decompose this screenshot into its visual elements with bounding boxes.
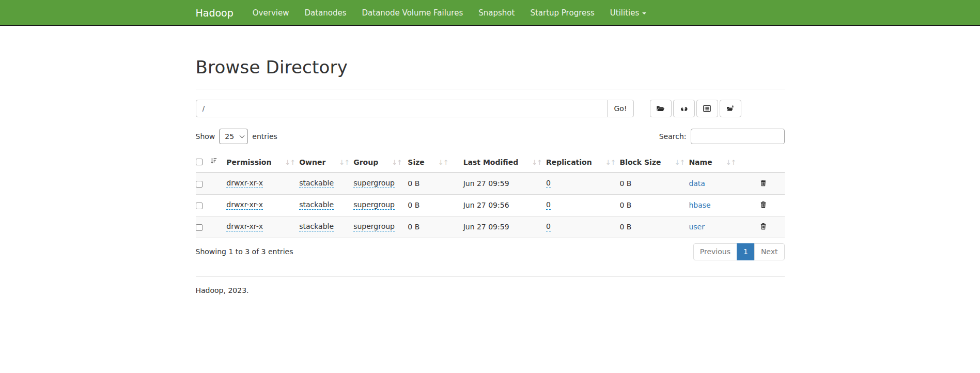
header-replication[interactable]: Replication↓↑	[546, 152, 620, 173]
cut-paste-button[interactable]	[720, 100, 741, 117]
trash-icon	[760, 224, 767, 231]
directory-path-input[interactable]	[196, 100, 608, 117]
filter-display-button[interactable]	[696, 100, 718, 117]
nav-overview[interactable]: Overview	[245, 0, 297, 26]
entries-label: entries	[252, 132, 277, 141]
nav-startup-progress[interactable]: Startup Progress	[522, 0, 602, 26]
header-block-size[interactable]: Block Size↓↑	[619, 152, 689, 173]
table-row: drwxr-xr-x stackable supergroup 0 B Jun …	[196, 173, 785, 195]
row-checkbox[interactable]	[196, 181, 203, 188]
show-label: Show	[196, 132, 215, 141]
table-footer: Showing 1 to 3 of 3 entries Previous 1 N…	[196, 243, 785, 261]
file-action-buttons	[650, 100, 743, 117]
pagination-next[interactable]: Next	[755, 243, 785, 261]
search-input[interactable]	[691, 129, 785, 144]
block-size-value: 0 B	[619, 201, 631, 209]
delete-button[interactable]	[759, 178, 768, 189]
group-value[interactable]: supergroup	[353, 222, 395, 232]
owner-value[interactable]: stackable	[299, 222, 334, 232]
table-header-row: Permission↓↑ Owner↓↑ Group↓↑ Size↓↑ Last…	[196, 152, 785, 173]
directory-link[interactable]: data	[689, 179, 705, 188]
directory-link[interactable]: user	[689, 223, 705, 231]
caret-down-icon	[642, 12, 646, 14]
select-all-checkbox[interactable]	[196, 159, 203, 165]
replication-value[interactable]: 0	[546, 222, 551, 232]
sort-icon: ↓↑	[532, 159, 542, 166]
row-checkbox[interactable]	[196, 203, 203, 209]
upload-files-button[interactable]	[673, 100, 695, 117]
pagination: Previous 1 Next	[693, 243, 785, 261]
upload-icon	[680, 105, 688, 112]
show-entries-control: Show 25 entries	[196, 129, 277, 144]
table-controls: Show 25 entries Search:	[196, 129, 785, 144]
header-size[interactable]: Size↓↑	[408, 152, 463, 173]
header-owner[interactable]: Owner↓↑	[299, 152, 353, 173]
nav-utilities-label: Utilities	[610, 8, 639, 18]
table-info: Showing 1 to 3 of 3 entries	[196, 247, 293, 256]
page-size-value: 25	[225, 132, 234, 141]
footer-text: Hadoop, 2023.	[196, 286, 785, 294]
footer-divider	[196, 276, 785, 277]
size-value: 0 B	[408, 179, 419, 188]
page-size-select[interactable]: 25	[219, 129, 248, 144]
block-size-value: 0 B	[619, 223, 631, 231]
header-actions	[759, 152, 784, 173]
sort-icon: ↓↑	[605, 159, 616, 166]
sort-icon: ↓↑	[392, 159, 402, 166]
trash-icon	[760, 180, 767, 188]
header-permission[interactable]: Permission↓↑	[226, 152, 299, 173]
last-modified-value: Jun 27 09:59	[463, 223, 509, 231]
last-modified-value: Jun 27 09:56	[463, 201, 509, 209]
nav-snapshot[interactable]: Snapshot	[471, 0, 522, 26]
folder-move-icon	[726, 105, 735, 112]
last-modified-value: Jun 27 09:59	[463, 179, 509, 188]
create-directory-button[interactable]	[650, 100, 672, 117]
chevron-down-icon	[240, 133, 245, 138]
delete-button[interactable]	[759, 200, 768, 211]
block-size-value: 0 B	[619, 179, 631, 188]
permission-value[interactable]: drwxr-xr-x	[226, 200, 263, 210]
search-label: Search:	[659, 132, 687, 141]
navbar: Hadoop Overview Datanodes Datanode Volum…	[0, 0, 980, 26]
sort-by-attributes-icon[interactable]	[210, 158, 217, 166]
pagination-page-1[interactable]: 1	[737, 243, 755, 261]
navbar-links: Overview Datanodes Datanode Volume Failu…	[245, 0, 655, 26]
path-input-group: Go!	[196, 100, 634, 117]
directory-table: Permission↓↑ Owner↓↑ Group↓↑ Size↓↑ Last…	[196, 152, 785, 238]
search-control: Search:	[659, 129, 785, 144]
nav-datanode-volume-failures[interactable]: Datanode Volume Failures	[354, 0, 471, 26]
size-value: 0 B	[408, 223, 419, 231]
sort-icon: ↓↑	[339, 159, 349, 166]
replication-value[interactable]: 0	[546, 179, 551, 189]
sort-icon: ↓↑	[285, 159, 295, 166]
folder-open-icon	[656, 105, 665, 112]
size-value: 0 B	[408, 201, 419, 209]
permission-value[interactable]: drwxr-xr-x	[226, 222, 263, 232]
group-value[interactable]: supergroup	[353, 200, 395, 210]
sort-icon: ↓↑	[438, 159, 448, 166]
page-title: Browse Directory	[196, 57, 785, 77]
trash-icon	[760, 202, 767, 210]
replication-value[interactable]: 0	[546, 200, 551, 210]
table-row: drwxr-xr-x stackable supergroup 0 B Jun …	[196, 216, 785, 238]
group-value[interactable]: supergroup	[353, 179, 395, 189]
go-button[interactable]: Go!	[607, 100, 633, 117]
directory-link[interactable]: hbase	[689, 201, 710, 209]
owner-value[interactable]: stackable	[299, 179, 334, 189]
page-header: Browse Directory	[196, 26, 785, 89]
permission-value[interactable]: drwxr-xr-x	[226, 179, 263, 189]
directory-toolbar: Go!	[196, 100, 785, 117]
nav-utilities-dropdown[interactable]: Utilities	[602, 0, 654, 26]
pagination-previous[interactable]: Previous	[693, 243, 737, 261]
header-name[interactable]: Name↓↑	[689, 152, 759, 173]
row-checkbox[interactable]	[196, 224, 203, 231]
header-group[interactable]: Group↓↑	[353, 152, 408, 173]
list-alt-icon	[703, 105, 711, 112]
header-last-modified[interactable]: Last Modified↓↑	[463, 152, 546, 173]
sort-icon: ↓↑	[726, 159, 736, 166]
nav-datanodes[interactable]: Datanodes	[297, 0, 354, 26]
navbar-brand[interactable]: Hadoop	[196, 0, 234, 26]
owner-value[interactable]: stackable	[299, 200, 334, 210]
table-row: drwxr-xr-x stackable supergroup 0 B Jun …	[196, 194, 785, 216]
delete-button[interactable]	[759, 222, 768, 232]
